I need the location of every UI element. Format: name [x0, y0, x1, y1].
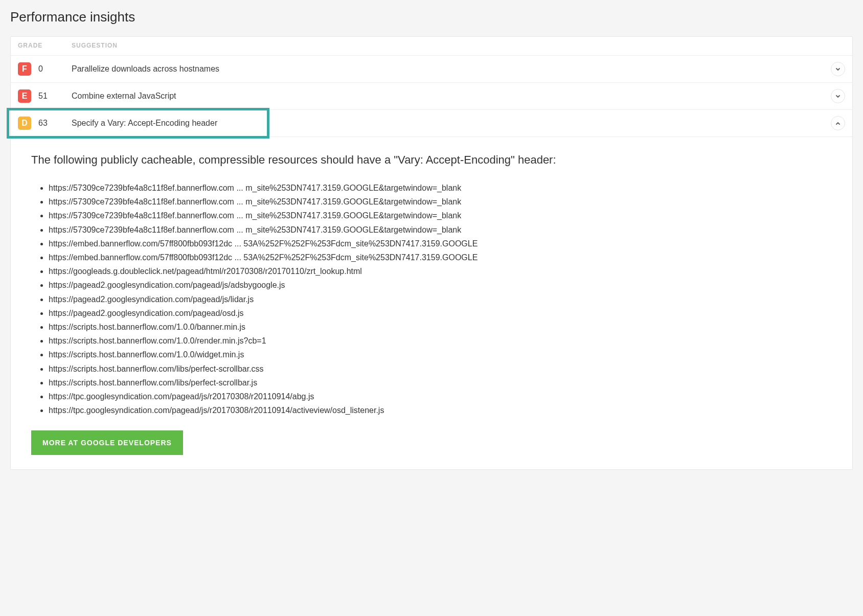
details-list-item: https://tpc.googlesyndication.com/pagead… — [49, 390, 832, 403]
chevron-down-icon[interactable] — [831, 89, 845, 103]
details-list-item: https://embed.bannerflow.com/57ff800fbb0… — [49, 250, 832, 264]
details-list-item: https://57309ce7239bfe4a8c11f8ef.bannerf… — [49, 195, 832, 209]
chevron-up-icon[interactable] — [831, 116, 845, 130]
details-list-item: https://scripts.host.bannerflow.com/1.0.… — [49, 334, 832, 348]
header-grade: GRADE — [18, 42, 72, 49]
insight-row[interactable]: D63Specify a Vary: Accept-Encoding heade… — [11, 109, 852, 136]
details-list-item: https://tpc.googlesyndication.com/pagead… — [49, 403, 832, 417]
details-list-item: https://scripts.host.bannerflow.com/1.0.… — [49, 320, 832, 334]
details-list-item: https://57309ce7239bfe4a8c11f8ef.bannerf… — [49, 181, 832, 195]
performance-insights-page: Performance insights GRADE SUGGESTION F0… — [0, 0, 863, 480]
details-list-item: https://57309ce7239bfe4a8c11f8ef.bannerf… — [49, 223, 832, 237]
suggestion-text: Combine external JavaScript — [72, 92, 825, 101]
toggle-wrap — [825, 62, 845, 76]
grade-cell: F0 — [18, 62, 72, 76]
more-google-developers-button[interactable]: MORE AT GOOGLE DEVELOPERS — [31, 430, 183, 455]
row-details: The following publicly cacheable, compre… — [11, 136, 852, 469]
grade-cell: D63 — [18, 117, 72, 130]
details-list-item: https://57309ce7239bfe4a8c11f8ef.bannerf… — [49, 209, 832, 222]
details-list-item: https://scripts.host.bannerflow.com/libs… — [49, 376, 832, 390]
details-list-item: https://embed.bannerflow.com/57ff800fbb0… — [49, 237, 832, 250]
table-headers: GRADE SUGGESTION — [11, 37, 852, 55]
details-list-item: https://pagead2.googlesyndication.com/pa… — [49, 292, 832, 306]
insight-row[interactable]: F0Parallelize downloads across hostnames — [11, 55, 852, 82]
toggle-wrap — [825, 116, 845, 130]
suggestion-text: Specify a Vary: Accept-Encoding header — [72, 119, 825, 128]
rows-container: F0Parallelize downloads across hostnames… — [11, 55, 852, 136]
grade-cell: E51 — [18, 89, 72, 103]
details-list-item: https://pagead2.googlesyndication.com/pa… — [49, 306, 832, 320]
details-description: The following publicly cacheable, compre… — [31, 151, 634, 169]
grade-score: 0 — [38, 64, 43, 74]
details-list-item: https://googleads.g.doubleclick.net/page… — [49, 264, 832, 278]
insight-row[interactable]: E51Combine external JavaScript — [11, 82, 852, 109]
grade-badge: F — [18, 62, 31, 76]
details-list-item: https://pagead2.googlesyndication.com/pa… — [49, 278, 832, 292]
grade-score: 51 — [38, 92, 48, 101]
details-list-item: https://scripts.host.bannerflow.com/libs… — [49, 362, 832, 376]
page-title: Performance insights — [10, 9, 853, 25]
toggle-wrap — [825, 89, 845, 103]
details-list: https://57309ce7239bfe4a8c11f8ef.bannerf… — [31, 181, 832, 417]
grade-score: 63 — [38, 119, 48, 128]
grade-badge: D — [18, 117, 31, 130]
chevron-down-icon[interactable] — [831, 62, 845, 76]
insights-panel: GRADE SUGGESTION F0Parallelize downloads… — [10, 36, 853, 470]
suggestion-text: Parallelize downloads across hostnames — [72, 64, 825, 74]
details-list-item: https://scripts.host.bannerflow.com/1.0.… — [49, 348, 832, 361]
header-suggestion: SUGGESTION — [72, 42, 845, 49]
grade-badge: E — [18, 89, 31, 103]
